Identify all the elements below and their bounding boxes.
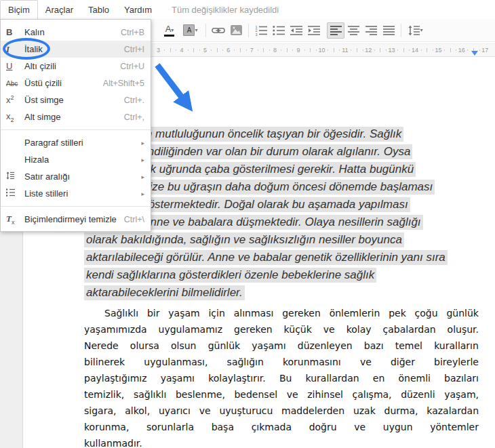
word: yaşam xyxy=(168,305,199,321)
ruler-tick xyxy=(304,49,305,51)
word: alkol, xyxy=(125,403,150,419)
word: başa xyxy=(212,419,234,435)
menu-item-label: Üstü çizili xyxy=(24,78,103,88)
menubar-item-tablo[interactable]: Tablo xyxy=(81,0,117,19)
menu-item-alt-simge[interactable]: x2Alt simgeCtrl+, xyxy=(1,108,151,125)
ruler-tick xyxy=(328,49,328,51)
word: uygulanması, xyxy=(144,354,207,370)
menu-item-label: Biçimlendirmeyi temizle xyxy=(24,214,124,224)
text-line[interactable]: kullanmadır. xyxy=(84,435,479,448)
text-line[interactable]: paylaştığımızyaşamıkolaylaştırır.Bukural… xyxy=(84,370,479,386)
ruler-tick xyxy=(263,48,264,52)
menu-item-st-simge[interactable]: x2Üst simgeCtrl+. xyxy=(1,91,151,108)
word: temizlik, xyxy=(84,386,124,403)
menu-item-label: Hizala xyxy=(24,155,141,165)
bulleted-list-button[interactable] xyxy=(270,22,288,39)
selected-text-line[interactable]: aktarılabileceği görülür. Anne ve babala… xyxy=(84,249,448,266)
word: Sağlıklı xyxy=(104,305,138,321)
word: çabalardan xyxy=(383,321,436,338)
word: sigara, xyxy=(84,403,116,419)
decrease-indent-button[interactable] xyxy=(288,22,305,39)
ruler-number: 16 xyxy=(458,47,465,54)
menu-item-hizala[interactable]: Hizala▸ xyxy=(1,151,151,168)
insert-image-button[interactable] xyxy=(227,22,245,39)
line-spacing-button[interactable]: ▾ xyxy=(405,22,428,39)
align-center-icon xyxy=(348,25,359,35)
ruler-tick xyxy=(357,48,357,52)
selection-highlight: olarak bakıldığında, sağlığın ve sağlıks… xyxy=(84,232,404,247)
increase-indent-button[interactable] xyxy=(305,22,323,39)
word: günlük xyxy=(208,338,241,354)
menubar-item-yard-m[interactable]: Yardım xyxy=(117,0,159,19)
text-line[interactable]: yaşamımızdauygulamamızgerekenküçükvekola… xyxy=(84,321,479,338)
align-right-button[interactable] xyxy=(362,22,380,39)
submenu-arrow-icon: ▸ xyxy=(141,140,144,146)
menubar-item-bi-im[interactable]: Biçim xyxy=(0,0,38,19)
menu-item-bi-imlendirmeyi-temizle[interactable]: TxBiçimlendirmeyi temizleCtrl+\ xyxy=(1,211,151,228)
word: ve xyxy=(323,321,335,338)
word: sorunlarla xyxy=(146,419,194,435)
chevron-down-icon: ▾ xyxy=(171,27,174,33)
ruler-number: 6 xyxy=(226,47,230,54)
underline-icon: U xyxy=(6,61,24,71)
ruler-tick xyxy=(403,48,404,52)
selection-highlight: kendi sağlıklarına gösterdikleri özenle … xyxy=(84,268,376,283)
ruler-tick xyxy=(234,49,235,51)
text-color-icon: A xyxy=(165,24,172,37)
word: bir xyxy=(147,305,160,321)
text-line[interactable]: temizlik,sağlıklıbeslenme,bedenselvezihi… xyxy=(84,386,479,403)
ruler-number: 12 xyxy=(365,47,372,54)
ruler-tick xyxy=(287,48,288,52)
ruler-tick xyxy=(316,49,317,51)
ruler-tick xyxy=(409,49,410,51)
word: uygulamamız xyxy=(159,321,222,338)
menubar-item-ara-lar[interactable]: Araçlar xyxy=(38,0,81,19)
text-line[interactable]: sigara,alkol,uyarıcıveuyuşturucumaddeler… xyxy=(84,403,479,419)
word: çoğu xyxy=(415,305,438,321)
align-right-icon xyxy=(365,25,377,35)
selected-text-line[interactable]: olarak bakıldığında, sağlığın ve sağlıks… xyxy=(84,232,404,248)
justify-button[interactable] xyxy=(380,22,397,39)
word: kolaylaştırır. xyxy=(208,370,266,386)
menu-item-sat-r-aral[interactable]: Satır aralığı▸ xyxy=(1,168,151,185)
align-left-button[interactable] xyxy=(327,22,344,39)
word: Bu xyxy=(279,370,292,386)
selection-highlight: aktarılabileceği görülür. Anne ve babala… xyxy=(84,250,448,265)
text-line[interactable]: Sağlıklıbiryaşamiçinalınmasıgerekenönlem… xyxy=(84,305,479,321)
google-docs-window: Sağlık, insan mutluluğunun öncelik taşıy… xyxy=(0,0,495,448)
align-center-button[interactable] xyxy=(344,22,362,39)
menu-item-liste-stilleri[interactable]: Liste stilleri▸ xyxy=(1,185,151,202)
ruler-number: 11 xyxy=(342,47,348,54)
ruler-number: 15 xyxy=(435,47,441,54)
ruler-tick xyxy=(456,49,456,51)
insert-link-button[interactable] xyxy=(210,22,227,39)
text-line[interactable]: bilinerekuygulanması,sağlığınkorunmasını… xyxy=(84,354,479,370)
ruler-tick xyxy=(217,48,218,52)
selected-text-line[interactable]: kendi sağlıklarına gösterdikleri özenle … xyxy=(84,267,376,283)
ruler-tick xyxy=(188,49,189,51)
word: kuralların xyxy=(434,338,479,354)
highlight-color-button[interactable]: A ▾ xyxy=(180,22,202,39)
toolbar-separator xyxy=(401,24,401,37)
menu-item-st-izili[interactable]: AbcÜstü çiziliAlt+Shift+5 xyxy=(1,75,151,91)
word: önlemlerin xyxy=(330,305,380,321)
menu-item-paragraf-stilleri[interactable]: Paragraf stilleri▸ xyxy=(1,134,151,151)
ruler-indent-marker[interactable] xyxy=(471,51,478,56)
menu-item-alt-izili[interactable]: UAltı çiziliCtrl+U xyxy=(1,58,151,75)
word: sağlıklı xyxy=(134,386,166,403)
word: ve xyxy=(287,386,298,403)
numbered-list-button[interactable]: 123 xyxy=(252,22,270,39)
bulleted-list-icon xyxy=(273,25,285,36)
ruler-tick xyxy=(339,49,340,51)
text-line[interactable]: Neredeolursaolsungünlükyaşamıdüzenleyenb… xyxy=(84,338,479,354)
text-line[interactable]: korunma,sorunlarlabaşaçıkmadadoğruveuygu… xyxy=(84,419,479,435)
word: önemli xyxy=(398,370,430,386)
word: uzak xyxy=(353,403,376,419)
selected-text-line[interactable]: aktarabileceklerini bilmelidirler. xyxy=(84,285,245,301)
word: pek xyxy=(389,305,406,321)
text-color-button[interactable]: A ▾ xyxy=(160,22,180,39)
menu-item-label: Altı çizili xyxy=(24,61,120,71)
ruler-tick xyxy=(222,49,223,51)
word: kolay xyxy=(346,321,372,338)
image-icon xyxy=(231,25,242,35)
